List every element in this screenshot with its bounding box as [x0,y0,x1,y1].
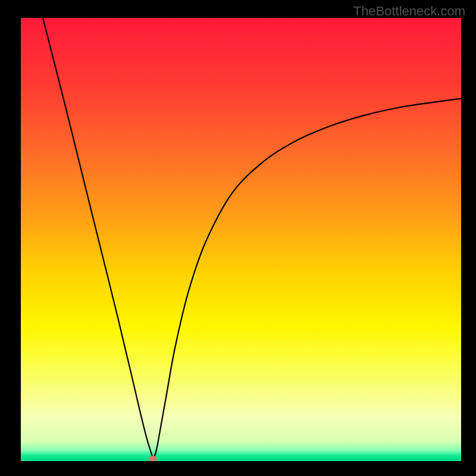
watermark-text: TheBottleneck.com [353,4,465,19]
optimal-point-marker [149,456,157,461]
curve-layer [21,18,461,461]
plot-area [21,18,461,461]
plot-frame [21,18,461,461]
bottleneck-curve [43,18,461,458]
